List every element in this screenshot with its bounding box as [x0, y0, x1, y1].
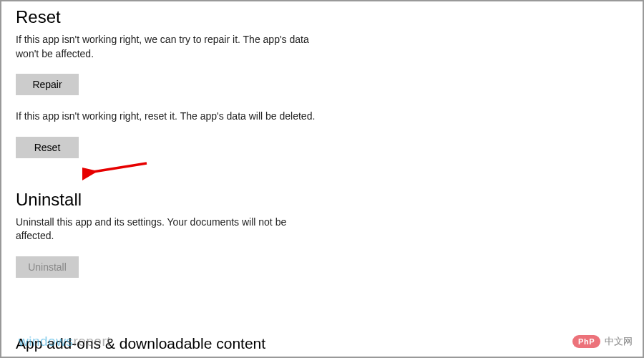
watermark-php: PhP 中文网: [572, 335, 633, 348]
reset-description: If this app isn't working right, reset i…: [16, 110, 323, 124]
php-text: 中文网: [605, 335, 633, 348]
repair-description: If this app isn't working right, we can …: [16, 33, 323, 61]
reset-button[interactable]: Reset: [16, 137, 79, 158]
uninstall-description: Uninstall this app and its settings. You…: [16, 216, 323, 243]
repair-button[interactable]: Repair: [16, 74, 79, 95]
php-pill-icon: PhP: [572, 335, 600, 348]
watermark-windowsreport: windowsreport: [19, 334, 111, 349]
uninstall-heading: Uninstall: [16, 190, 628, 210]
uninstall-button: Uninstall: [16, 256, 79, 278]
reset-heading: Reset: [16, 7, 628, 27]
